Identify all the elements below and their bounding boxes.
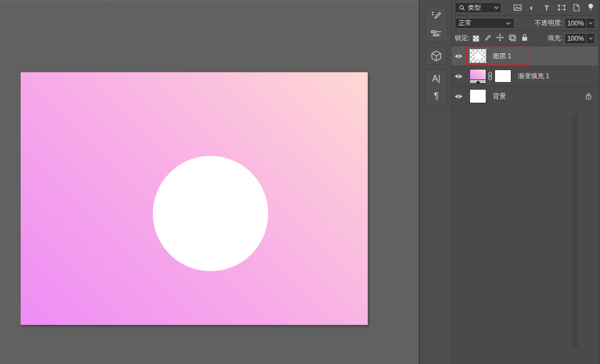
layer-mask-thumbnail[interactable] [494, 70, 511, 83]
fill-label: 填充: [548, 34, 562, 43]
photoshop-window: A| ¶ 类型 ◐ [0, 0, 600, 364]
layer-mask-link-icon[interactable] [488, 72, 492, 80]
search-icon [457, 3, 466, 12]
background-thumbnail[interactable] [469, 89, 486, 103]
layers-panel-empty-area [451, 106, 598, 364]
dock-group-type: A| ¶ [425, 70, 447, 105]
lock-fill-row: 锁定: 填充: [451, 31, 598, 46]
layers-filter-row: 类型 ◐ T [451, 0, 598, 16]
smart-object-filter-icon[interactable] [572, 3, 580, 12]
blend-opacity-row: 正常 不透明度: 100% [451, 16, 598, 31]
layer-row-background[interactable]: 背景 [451, 86, 598, 106]
brush-settings-icon[interactable] [426, 7, 447, 24]
brushes-icon[interactable] [426, 24, 447, 42]
chevron-down-icon[interactable] [586, 34, 595, 43]
paragraph-panel-icon[interactable]: ¶ [426, 87, 447, 105]
thumbnail-circle-preview [475, 53, 481, 59]
type-layer-filter-icon[interactable]: T [542, 3, 551, 12]
layers-panel: 类型 ◐ T [451, 0, 600, 364]
document-canvas[interactable] [21, 72, 368, 325]
layer1-thumbnail[interactable] [469, 49, 486, 63]
chevron-down-icon [494, 6, 499, 9]
canvas-work-area[interactable] [0, 0, 419, 364]
fill-value: 100% [565, 35, 586, 42]
opacity-input[interactable]: 100% [565, 18, 595, 29]
panel-dock: A| ¶ [419, 0, 451, 364]
lock-pixels-brush-icon[interactable] [484, 34, 491, 43]
layer-kind-filter-select[interactable]: 类型 [455, 2, 502, 13]
shape-layer-filter-icon[interactable] [557, 3, 566, 12]
background-lock-icon [585, 92, 592, 100]
lock-all-icon[interactable] [521, 34, 528, 43]
layer-row-layer1[interactable]: 图层 1 [451, 46, 598, 66]
chevron-down-icon [506, 22, 511, 25]
blend-mode-value: 正常 [459, 18, 472, 28]
dock-group-brushes [425, 7, 447, 42]
lock-artboard-nesting-icon[interactable] [509, 34, 516, 43]
opacity-label: 不透明度: [535, 18, 562, 28]
adjustment-layer-filter-icon[interactable]: ◐ [528, 3, 536, 12]
visibility-eye-icon[interactable] [451, 46, 466, 66]
lock-buttons [473, 34, 528, 43]
chevron-down-icon[interactable] [586, 18, 595, 28]
visibility-eye-icon[interactable] [451, 66, 466, 86]
layer-row-gradient-fill[interactable]: 渐变填充 1 [451, 66, 598, 86]
kind-filter-label: 类型 [468, 3, 481, 12]
blend-mode-select[interactable]: 正常 [455, 18, 515, 29]
character-panel-icon[interactable]: A| [426, 70, 447, 87]
lock-transparency-icon[interactable] [473, 35, 479, 42]
layer-name[interactable]: 背景 [493, 92, 506, 101]
3d-panel-icon[interactable] [426, 47, 447, 65]
gradient-fill-thumbnail[interactable] [469, 69, 486, 84]
visibility-eye-icon[interactable] [451, 86, 466, 106]
layer-name[interactable]: 图层 1 [493, 52, 511, 61]
layer-filter-buttons: ◐ T [513, 3, 595, 12]
fill-input[interactable]: 100% [565, 33, 595, 44]
layer-name[interactable]: 渐变填充 1 [518, 72, 549, 81]
scrollbar[interactable] [572, 114, 579, 348]
lock-label: 锁定: [455, 34, 469, 43]
pixel-layer-filter-icon[interactable] [513, 3, 522, 12]
lock-position-move-icon[interactable] [496, 34, 504, 43]
gradient-widget-bar [469, 79, 486, 84]
white-circle-shape[interactable] [153, 156, 268, 271]
dock-group-3d [425, 47, 447, 65]
filter-toggle-pin-icon[interactable] [586, 3, 595, 12]
opacity-value: 100% [565, 20, 586, 27]
